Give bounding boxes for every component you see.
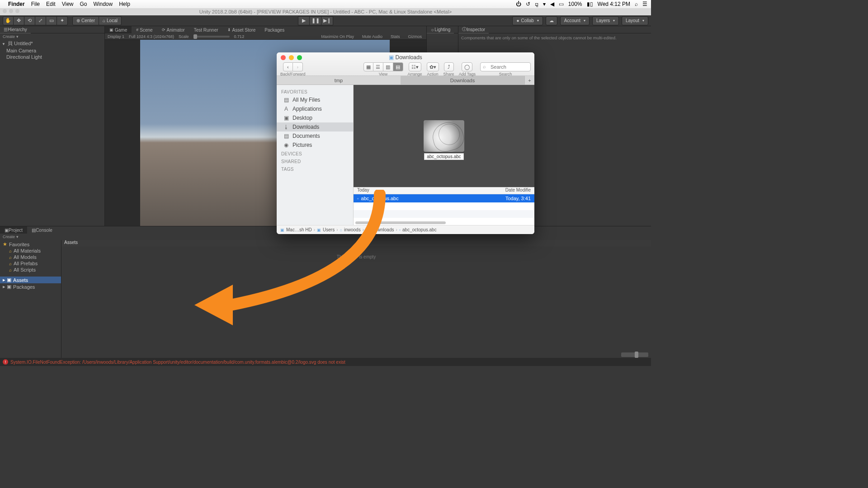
menu-help[interactable]: Help xyxy=(119,1,130,7)
search-input[interactable] xyxy=(480,62,531,71)
preview-thumbnail[interactable] xyxy=(424,120,464,152)
tab-project[interactable]: ▣ Project xyxy=(0,226,27,234)
tab-animator[interactable]: ⟳Animator xyxy=(157,26,189,33)
pivot-local[interactable]: ⌂Local xyxy=(99,16,122,25)
hand-tool[interactable]: ✋ xyxy=(3,16,14,25)
sidebar-documents[interactable]: ▤Documents xyxy=(277,131,353,141)
power-icon[interactable]: ⏻ xyxy=(516,1,521,7)
battery-icon[interactable]: ▮▯ xyxy=(587,1,593,7)
hierarchy-item-light[interactable]: Directional Light xyxy=(0,54,104,60)
resolution-dropdown[interactable]: Full 1024 4:3 (1024x768) xyxy=(129,34,174,39)
spotlight-icon[interactable]: ⌕ xyxy=(635,1,638,7)
file-row[interactable]: ▫abc_octopus.abc Today, 3:41 xyxy=(354,194,534,202)
project-create[interactable]: Create ▾ xyxy=(0,234,651,240)
step-button[interactable]: ▶❙ xyxy=(321,16,333,25)
menu-go[interactable]: Go xyxy=(80,1,87,7)
favorites-header[interactable]: ★Favorites xyxy=(0,241,61,248)
cloud-button[interactable]: ☁ xyxy=(546,16,557,25)
folder-icon: ▣ xyxy=(317,228,321,232)
sidebar-all-my-files[interactable]: ▤All My Files xyxy=(277,95,353,104)
arrange-button[interactable]: ☷▾ xyxy=(409,62,421,71)
display-icon[interactable]: ▭ xyxy=(559,1,564,7)
fav-models[interactable]: ⌕All Models xyxy=(0,254,61,260)
tab-game[interactable]: ▣Game xyxy=(105,26,132,33)
unity-traffic-lights[interactable] xyxy=(3,9,19,13)
account-dropdown[interactable]: Account xyxy=(560,16,590,25)
action-button[interactable]: ✿▾ xyxy=(427,62,439,71)
horizontal-scrollbar[interactable] xyxy=(355,221,446,224)
sidebar-section-tags: Tags xyxy=(277,165,353,173)
tags-button[interactable]: ◯ xyxy=(462,62,472,71)
sidebar-downloads[interactable]: ⭳Downloads xyxy=(277,122,353,131)
fav-prefabs[interactable]: ⌕All Prefabs xyxy=(0,260,61,267)
volume-icon[interactable]: ◀ xyxy=(550,1,554,7)
clock[interactable]: Wed 4:12 PM xyxy=(598,1,630,7)
project-console-area: ▣ Project ▤ Console Create ▾ ★Favorites … xyxy=(0,226,651,358)
tab-scene[interactable]: #Scene xyxy=(132,26,157,33)
scale-tool[interactable]: ⤢ xyxy=(35,16,46,25)
tab-test-runner[interactable]: Test Runner xyxy=(189,26,223,33)
forward-button[interactable]: › xyxy=(293,62,303,71)
project-breadcrumb[interactable]: Assets xyxy=(61,240,651,246)
transform-tool[interactable]: ✦ xyxy=(57,16,68,25)
play-button[interactable]: ▶ xyxy=(298,16,310,25)
packages-folder[interactable]: ▸ ▣ Packages xyxy=(0,283,61,290)
back-button[interactable]: ‹ xyxy=(283,62,293,71)
finder-path-bar[interactable]: ▣Mac…sh HD› ▣Users› ⌂inwoods› ▣Downloads… xyxy=(277,225,534,234)
hierarchy-item-camera[interactable]: Main Camera xyxy=(0,47,104,54)
sidebar-desktop[interactable]: ▣Desktop xyxy=(277,113,353,122)
inspector-tab[interactable]: ⓘ Inspector xyxy=(458,26,489,33)
sidebar-pictures[interactable]: ◉Pictures xyxy=(277,141,353,150)
new-tab-button[interactable]: + xyxy=(524,76,534,84)
fav-materials[interactable]: ⌕All Materials xyxy=(0,248,61,254)
project-tree: ★Favorites ⌕All Materials ⌕All Models ⌕A… xyxy=(0,240,61,358)
pause-button[interactable]: ❚❚ xyxy=(310,16,321,25)
hierarchy-create[interactable]: Create ▾ xyxy=(0,33,104,40)
rect-tool[interactable]: ▭ xyxy=(46,16,57,25)
list-header[interactable]: Today Date Modifie xyxy=(354,187,534,194)
fav-scripts[interactable]: ⌕All Scripts xyxy=(0,267,61,273)
lighting-tab[interactable]: ☼ Lighting xyxy=(427,26,454,33)
maximize-on-play[interactable]: Maximize On Play xyxy=(319,34,356,39)
finder-tab-tmp[interactable]: tmp xyxy=(277,76,401,84)
layout-dropdown[interactable]: Layout xyxy=(622,16,648,25)
view-columns[interactable]: ▥ xyxy=(383,62,393,71)
scene-row[interactable]: ▼ ⾙ Untitled* xyxy=(0,40,104,47)
view-coverflow[interactable]: ▤ xyxy=(393,62,403,71)
menu-window[interactable]: Window xyxy=(94,1,113,7)
finder-sidebar: Favorites ▤All My Files AApplications ▣D… xyxy=(277,85,354,225)
assets-folder[interactable]: ▸ ▣ Assets xyxy=(0,277,61,283)
hierarchy-tab[interactable]: ☰ Hierarchy xyxy=(0,26,31,33)
rotate-tool[interactable]: ⟲ xyxy=(24,16,35,25)
history-icon[interactable]: ↺ xyxy=(526,1,530,7)
downloads-icon: ⭳ xyxy=(283,124,289,130)
notifications-icon[interactable]: ☰ xyxy=(642,1,647,7)
search-label: Search xyxy=(499,72,512,76)
bluetooth-icon[interactable]: ⚼ xyxy=(535,1,538,7)
layers-dropdown[interactable]: Layers xyxy=(592,16,619,25)
scale-slider[interactable] xyxy=(193,36,230,38)
stats-toggle[interactable]: Stats xyxy=(389,34,402,39)
view-icons[interactable]: ▦ xyxy=(363,62,373,71)
tab-packages[interactable]: Packages xyxy=(260,26,289,33)
finder-tab-downloads[interactable]: Downloads xyxy=(401,76,524,84)
sidebar-applications[interactable]: AApplications xyxy=(277,104,353,113)
gizmos-dropdown[interactable]: Gizmos xyxy=(406,34,424,39)
pivot-center[interactable]: ⊕Center xyxy=(72,16,99,25)
display-dropdown[interactable]: Display 1 xyxy=(108,34,124,39)
collab-dropdown[interactable]: ● Collab xyxy=(512,16,542,25)
thumbnail-size-slider[interactable] xyxy=(621,352,648,357)
tab-console[interactable]: ▤ Console xyxy=(27,226,57,234)
mac-app-name[interactable]: Finder xyxy=(8,1,25,7)
menu-file[interactable]: File xyxy=(31,1,40,7)
tab-asset-store[interactable]: ⬇Asset Store xyxy=(223,26,260,33)
view-list[interactable]: ☰ xyxy=(373,62,383,71)
hierarchy-panel: ☰ Hierarchy Create ▾ ▼ ⾙ Untitled* Main … xyxy=(0,26,105,226)
menu-edit[interactable]: Edit xyxy=(46,1,56,7)
move-tool[interactable]: ✥ xyxy=(14,16,24,25)
status-bar[interactable]: ! System.IO.FileNotFoundException: /User… xyxy=(0,358,651,366)
menu-view[interactable]: View xyxy=(62,1,74,7)
wifi-icon[interactable]: ▾ xyxy=(543,1,546,7)
share-button[interactable]: ⤴ xyxy=(444,62,454,71)
mute-audio[interactable]: Mute Audio xyxy=(360,34,384,39)
